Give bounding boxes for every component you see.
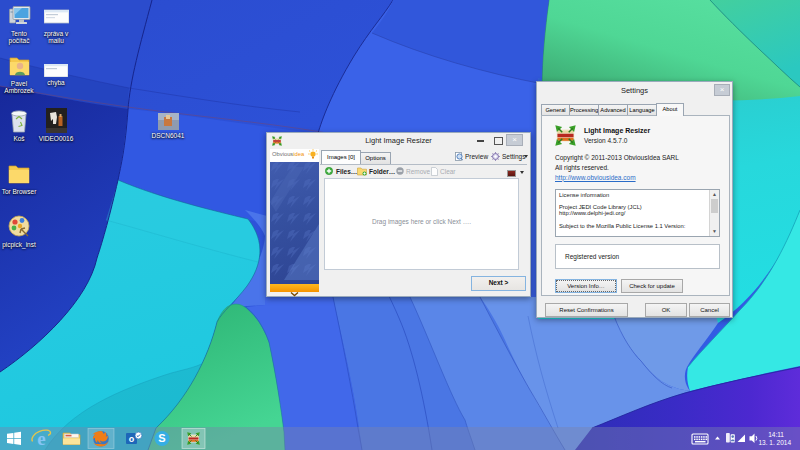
svg-text:S: S (158, 432, 165, 444)
svg-text:o: o (129, 434, 135, 444)
